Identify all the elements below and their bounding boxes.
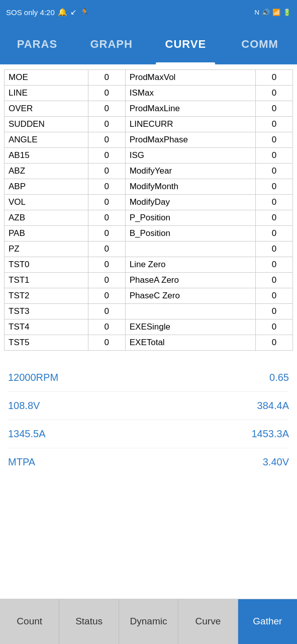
bell-icon: 🔔	[58, 8, 67, 17]
param-name-left: TST0	[5, 257, 88, 273]
table-row: TST4 0 EXESingle 0	[5, 319, 293, 335]
nav-btn-status[interactable]: Status	[59, 599, 119, 644]
param-val-left: 0	[88, 195, 125, 210]
data-table-area: MOE 0 ProdMaxVol 0 LINE 0 ISMax 0 OVER 0…	[0, 64, 297, 354]
param-name-right: PhaseC Zero	[125, 288, 255, 304]
img-icon: 🏃	[80, 8, 89, 17]
param-name-left: SUDDEN	[5, 117, 88, 132]
table-row: MOE 0 ProdMaxVol 0	[5, 70, 293, 86]
param-name-right: EXETotal	[125, 335, 255, 351]
param-name-right: B_Position	[125, 226, 255, 242]
table-row: SUDDEN 0 LINECURR 0	[5, 117, 293, 132]
param-name-right: P_Position	[125, 210, 255, 226]
param-name-right: EXESingle	[125, 319, 255, 335]
param-name-right: PhaseA Zero	[125, 273, 255, 288]
param-name-right: Line Zero	[125, 257, 255, 273]
param-name-right: ISMax	[125, 86, 255, 101]
info-label: 12000RPM	[8, 372, 58, 383]
param-val-left: 0	[88, 101, 125, 117]
param-name-right: LINECURR	[125, 117, 255, 132]
param-name-left: VOL	[5, 195, 88, 210]
table-row: OVER 0 ProdMaxLine 0	[5, 101, 293, 117]
tab-paras[interactable]: PARAS	[0, 24, 74, 64]
signal-icon: ↙	[70, 8, 77, 17]
bottom-nav: CountStatusDynamicCurveGather	[0, 599, 297, 644]
param-name-right: ProdMaxLine	[125, 101, 255, 117]
param-name-right	[125, 242, 255, 257]
param-name-left: PZ	[5, 242, 88, 257]
table-row: ANGLE 0 ProdMaxPhase 0	[5, 132, 293, 148]
param-name-right: ModifyDay	[125, 195, 255, 210]
param-val-right: 0	[255, 195, 292, 210]
info-value: 384.4A	[257, 400, 289, 412]
nav-btn-gather[interactable]: Gather	[238, 599, 297, 644]
param-name-right: ProdMaxPhase	[125, 132, 255, 148]
param-name-left: PAB	[5, 226, 88, 242]
info-row: 12000RPM 0.65	[8, 364, 289, 392]
param-val-right: 0	[255, 179, 292, 195]
param-name-left: TST2	[5, 288, 88, 304]
param-val-right: 0	[255, 164, 292, 179]
info-value: 0.65	[269, 372, 289, 383]
info-row: MTPA 3.40V	[8, 448, 289, 476]
param-name-left: ABZ	[5, 164, 88, 179]
param-val-left: 0	[88, 148, 125, 164]
param-val-right: 0	[255, 242, 292, 257]
param-name-left: ABP	[5, 179, 88, 195]
table-row: TST0 0 Line Zero 0	[5, 257, 293, 273]
table-row: TST3 0 0	[5, 304, 293, 319]
table-row: PAB 0 B_Position 0	[5, 226, 293, 242]
status-text: SOS only 4:20	[6, 8, 55, 17]
param-val-left: 0	[88, 288, 125, 304]
param-val-right: 0	[255, 335, 292, 351]
table-row: ABP 0 ModifyMonth 0	[5, 179, 293, 195]
param-name-left: MOE	[5, 70, 88, 86]
param-name-left: TST3	[5, 304, 88, 319]
table-row: PZ 0 0	[5, 242, 293, 257]
param-name-left: OVER	[5, 101, 88, 117]
table-row: ABZ 0 ModifyYear 0	[5, 164, 293, 179]
tab-bar: PARAS GRAPH CURVE COMM	[0, 24, 297, 64]
param-val-right: 0	[255, 226, 292, 242]
param-name-right: ModifyYear	[125, 164, 255, 179]
nav-btn-count[interactable]: Count	[0, 599, 59, 644]
param-name-left: TST5	[5, 335, 88, 351]
status-bar: SOS only 4:20 🔔 ↙ 🏃 N 🔊 📶 🔋	[0, 0, 297, 24]
param-val-right: 0	[255, 86, 292, 101]
param-val-left: 0	[88, 179, 125, 195]
nav-btn-curve[interactable]: Curve	[178, 599, 238, 644]
param-val-right: 0	[255, 148, 292, 164]
table-row: TST1 0 PhaseA Zero 0	[5, 273, 293, 288]
param-val-left: 0	[88, 132, 125, 148]
info-label: MTPA	[8, 456, 35, 468]
tab-graph[interactable]: GRAPH	[74, 24, 149, 64]
param-val-right: 0	[255, 132, 292, 148]
param-val-right: 0	[255, 70, 292, 86]
sound-icon: 🔊	[262, 9, 270, 16]
wifi-icon: 📶	[272, 9, 280, 16]
param-val-left: 0	[88, 226, 125, 242]
param-name-right: ProdMaxVol	[125, 70, 255, 86]
param-val-left: 0	[88, 335, 125, 351]
tab-curve[interactable]: CURVE	[149, 24, 223, 64]
param-val-right: 0	[255, 319, 292, 335]
info-label: 108.8V	[8, 400, 40, 412]
param-name-left: AB15	[5, 148, 88, 164]
info-row: 1345.5A 1453.3A	[8, 420, 289, 448]
param-name-left: TST4	[5, 319, 88, 335]
nav-btn-dynamic[interactable]: Dynamic	[119, 599, 178, 644]
tab-comm[interactable]: COMM	[223, 24, 297, 64]
table-row: VOL 0 ModifyDay 0	[5, 195, 293, 210]
param-name-left: AZB	[5, 210, 88, 226]
info-row: 108.8V 384.4A	[8, 392, 289, 420]
parameter-table: MOE 0 ProdMaxVol 0 LINE 0 ISMax 0 OVER 0…	[4, 69, 293, 351]
param-val-right: 0	[255, 210, 292, 226]
info-label: 1345.5A	[8, 428, 46, 440]
param-val-right: 0	[255, 273, 292, 288]
table-row: TST5 0 EXETotal 0	[5, 335, 293, 351]
param-val-left: 0	[88, 70, 125, 86]
param-name-left: ANGLE	[5, 132, 88, 148]
nfc-icon: N	[255, 9, 259, 16]
table-row: LINE 0 ISMax 0	[5, 86, 293, 101]
battery-icon: 🔋	[283, 9, 291, 16]
